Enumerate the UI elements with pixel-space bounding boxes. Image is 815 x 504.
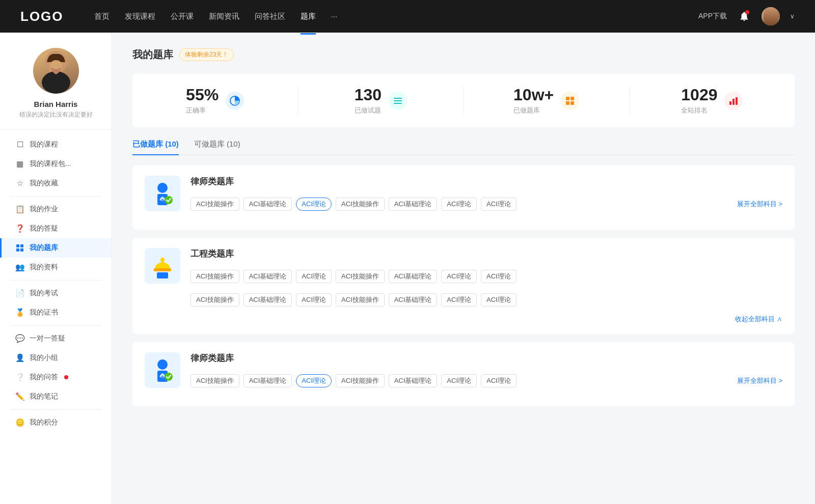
user-menu-chevron[interactable]: ∨ (790, 13, 795, 20)
tag-2-1[interactable]: ACI基础理论 (243, 270, 292, 283)
tag-1-0[interactable]: ACI技能操作 (191, 198, 239, 211)
sidebar-item-my-course[interactable]: ☐ 我的课程 (0, 135, 112, 154)
tags-row-3: ACI技能操作 ACI基础理论 ACI理论 ACI技能操作 ACI基础理论 AC… (191, 374, 782, 387)
svg-rect-9 (394, 98, 402, 99)
nav-open-course[interactable]: 公开课 (171, 10, 194, 23)
sidebar-item-my-qa[interactable]: ❔ 我的问答 (0, 368, 112, 387)
sidebar-item-exam-bank[interactable]: 我的题库 (0, 238, 112, 258)
app-download-link[interactable]: APP下载 (698, 12, 727, 21)
tag-1-2[interactable]: ACI理论 (296, 198, 332, 211)
tag-3-0[interactable]: ACI技能操作 (191, 374, 239, 387)
sidebar-item-course-package[interactable]: ▦ 我的课程包... (0, 154, 112, 174)
nav-news[interactable]: 新闻资讯 (209, 10, 239, 23)
library-card-engineer: 工程类题库 ACI技能操作 ACI基础理论 ACI理论 ACI技能操作 ACI基… (132, 238, 795, 334)
sidebar-item-certificate[interactable]: 🏅 我的证书 (0, 303, 112, 322)
stat-done-questions-label: 已做试题 (355, 106, 382, 115)
library-title-2: 工程类题库 (191, 248, 782, 260)
tag-2-r2-0[interactable]: ACI技能操作 (191, 293, 239, 306)
svg-point-25 (160, 258, 165, 262)
tag-2-4[interactable]: ACI基础理论 (389, 270, 438, 283)
tag-2-r2-2[interactable]: ACI理论 (296, 293, 332, 306)
tag-2-r2-5[interactable]: ACI理论 (441, 293, 477, 306)
user-avatar[interactable] (762, 7, 780, 25)
library-icon-lawyer-2 (145, 352, 180, 388)
sidebar-item-profile[interactable]: 👥 我的资料 (0, 258, 112, 277)
avatar-inner (33, 48, 79, 94)
tag-2-r2-6[interactable]: ACI理论 (481, 293, 517, 306)
tag-1-4[interactable]: ACI基础理论 (389, 198, 438, 211)
tag-1-1[interactable]: ACI基础理论 (243, 198, 292, 211)
tab-done-banks[interactable]: 已做题库 (10) (132, 139, 179, 154)
sidebar-item-group-label: 我的小组 (30, 353, 58, 362)
sidebar-item-certificate-label: 我的证书 (30, 308, 58, 317)
tag-3-5[interactable]: ACI理论 (441, 374, 477, 387)
tag-2-r2-3[interactable]: ACI技能操作 (336, 293, 385, 306)
sidebar-divider-3 (10, 325, 101, 326)
tag-1-6[interactable]: ACI理论 (481, 198, 517, 211)
sidebar-item-exam[interactable]: 📄 我的考试 (0, 284, 112, 303)
sidebar-item-homework[interactable]: 📋 我的作业 (0, 200, 112, 219)
stat-accuracy-value: 55% (186, 86, 219, 104)
nav-discover[interactable]: 发现课程 (125, 10, 155, 23)
tag-2-5[interactable]: ACI理论 (441, 270, 477, 283)
sidebar-item-my-course-label: 我的课程 (30, 140, 58, 149)
expand-link-3[interactable]: 展开全部科目 > (737, 376, 782, 385)
stat-done-banks-icon (561, 92, 579, 110)
sidebar-item-favorites[interactable]: ☆ 我的收藏 (0, 174, 112, 193)
library-icon-engineer (145, 248, 180, 284)
document-icon: 📄 (15, 289, 24, 298)
sidebar-item-exam-label: 我的考试 (30, 289, 58, 298)
library-card-lawyer-1: 律师类题库 ACI技能操作 ACI基础理论 ACI理论 ACI技能操作 ACI基… (132, 165, 795, 230)
sidebar-item-exam-bank-label: 我的题库 (30, 243, 58, 253)
navbar-right: APP下载 ∨ (698, 7, 795, 25)
tags-row-1: ACI技能操作 ACI基础理论 ACI理论 ACI技能操作 ACI基础理论 AC… (191, 198, 782, 211)
list-icon (392, 95, 403, 106)
tag-2-0[interactable]: ACI技能操作 (191, 270, 239, 283)
tag-1-3[interactable]: ACI技能操作 (336, 198, 385, 211)
tag-2-r2-1[interactable]: ACI基础理论 (243, 293, 292, 306)
sidebar-item-qa[interactable]: ❓ 我的答疑 (0, 219, 112, 238)
question-mark-icon: ❔ (15, 373, 24, 382)
tag-2-2[interactable]: ACI理论 (296, 270, 332, 283)
clipboard-icon: 📋 (15, 205, 24, 214)
tag-2-r2-4[interactable]: ACI基础理论 (389, 293, 438, 306)
tag-3-2[interactable]: ACI理论 (296, 374, 332, 387)
svg-rect-11 (394, 103, 402, 104)
collapse-link-2[interactable]: 收起全部科目 ∧ (145, 315, 782, 324)
tag-3-3[interactable]: ACI技能操作 (336, 374, 385, 387)
tag-3-4[interactable]: ACI基础理论 (389, 374, 438, 387)
people-icon: 👤 (15, 353, 24, 362)
sidebar-item-notes[interactable]: ✏️ 我的笔记 (0, 387, 112, 406)
tag-2-6[interactable]: ACI理论 (481, 270, 517, 283)
tab-available-banks[interactable]: 可做题库 (10) (194, 139, 240, 154)
stat-accuracy-icon (226, 92, 244, 110)
sidebar-item-points[interactable]: 🪙 我的积分 (0, 413, 112, 432)
svg-rect-23 (154, 268, 171, 271)
star-icon: ☆ (15, 179, 24, 188)
tag-1-5[interactable]: ACI理论 (441, 198, 477, 211)
sidebar-item-one-on-one[interactable]: 💬 一对一答疑 (0, 329, 112, 348)
sidebar-item-profile-label: 我的资料 (30, 263, 58, 272)
tag-2-3[interactable]: ACI技能操作 (336, 270, 385, 283)
nav-exam[interactable]: 题库 (301, 10, 316, 23)
stats-row: 55% 正确率 130 已做试题 (132, 74, 795, 127)
nav-more[interactable]: ··· (331, 10, 338, 23)
stat-ranking-icon (724, 92, 743, 110)
tag-3-1[interactable]: ACI基础理论 (243, 374, 292, 387)
notification-bell[interactable] (737, 9, 751, 23)
trial-badge: 体验剩余23天！ (179, 48, 234, 61)
nav-home[interactable]: 首页 (94, 10, 110, 23)
library-card-lawyer-2: 律师类题库 ACI技能操作 ACI基础理论 ACI理论 ACI技能操作 ACI基… (132, 342, 795, 406)
sidebar-divider-2 (10, 280, 101, 281)
svg-point-22 (165, 196, 173, 204)
stat-done-banks: 10w+ 已做题库 (464, 86, 630, 115)
sidebar-item-group[interactable]: 👤 我的小组 (0, 348, 112, 368)
tag-3-6[interactable]: ACI理论 (481, 374, 517, 387)
sidebar-avatar[interactable] (33, 48, 79, 94)
sidebar: Brian Harris 错误的决定比没有决定要好 ☐ 我的课程 ▦ 我的课程包… (0, 33, 112, 504)
library-title-3: 律师类题库 (191, 352, 782, 364)
navbar-logo: LOGO (20, 9, 64, 24)
nav-qa[interactable]: 问答社区 (255, 10, 285, 23)
stat-done-banks-text: 10w+ 已做题库 (513, 86, 554, 115)
expand-link-1[interactable]: 展开全部科目 > (737, 200, 782, 209)
